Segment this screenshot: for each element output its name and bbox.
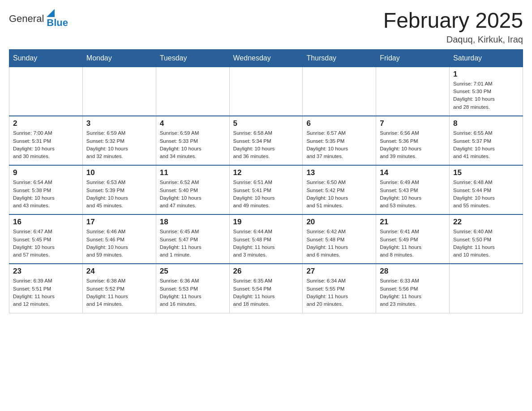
calendar-cell: 24Sunrise: 6:38 AM Sunset: 5:52 PM Dayli… <box>82 264 156 313</box>
day-number: 22 <box>453 218 519 227</box>
day-info: Sunrise: 6:57 AM Sunset: 5:35 PM Dayligh… <box>306 129 372 160</box>
calendar-cell: 16Sunrise: 6:47 AM Sunset: 5:45 PM Dayli… <box>9 214 83 264</box>
calendar-cell <box>82 67 156 116</box>
day-of-week-header: Saturday <box>450 49 523 67</box>
day-info: Sunrise: 6:58 AM Sunset: 5:34 PM Dayligh… <box>233 129 299 160</box>
day-info: Sunrise: 6:44 AM Sunset: 5:48 PM Dayligh… <box>233 228 299 259</box>
calendar-header-row: SundayMondayTuesdayWednesdayThursdayFrid… <box>9 49 523 67</box>
calendar-cell: 10Sunrise: 6:53 AM Sunset: 5:39 PM Dayli… <box>82 165 156 214</box>
day-number: 9 <box>13 168 79 177</box>
day-number: 15 <box>453 168 519 177</box>
day-number: 14 <box>380 168 446 177</box>
calendar-cell: 2Sunrise: 7:00 AM Sunset: 5:31 PM Daylig… <box>9 116 83 165</box>
calendar-cell: 9Sunrise: 6:54 AM Sunset: 5:38 PM Daylig… <box>9 165 83 214</box>
logo-blue: Blue <box>47 17 68 29</box>
day-info: Sunrise: 7:01 AM Sunset: 5:30 PM Dayligh… <box>453 80 519 111</box>
calendar-cell <box>9 67 83 116</box>
calendar-cell <box>303 67 376 116</box>
day-info: Sunrise: 6:48 AM Sunset: 5:44 PM Dayligh… <box>453 179 519 210</box>
day-number: 27 <box>306 267 372 276</box>
day-number: 16 <box>13 218 79 227</box>
calendar-cell: 7Sunrise: 6:56 AM Sunset: 5:36 PM Daylig… <box>376 116 450 165</box>
day-info: Sunrise: 6:50 AM Sunset: 5:42 PM Dayligh… <box>306 179 372 210</box>
calendar-week-row: 16Sunrise: 6:47 AM Sunset: 5:45 PM Dayli… <box>9 214 523 264</box>
calendar-cell: 19Sunrise: 6:44 AM Sunset: 5:48 PM Dayli… <box>229 214 303 264</box>
calendar-cell: 3Sunrise: 6:59 AM Sunset: 5:32 PM Daylig… <box>82 116 156 165</box>
page-header: General Blue February 2025 Daquq, Kirkuk… <box>9 9 523 45</box>
day-number: 12 <box>233 168 299 177</box>
logo-triangle-icon <box>47 9 55 17</box>
day-number: 5 <box>233 119 299 128</box>
calendar-cell <box>376 67 450 116</box>
calendar-cell: 23Sunrise: 6:39 AM Sunset: 5:51 PM Dayli… <box>9 264 83 313</box>
day-info: Sunrise: 7:00 AM Sunset: 5:31 PM Dayligh… <box>13 129 79 160</box>
day-info: Sunrise: 6:36 AM Sunset: 5:53 PM Dayligh… <box>160 277 226 308</box>
day-info: Sunrise: 6:46 AM Sunset: 5:46 PM Dayligh… <box>86 228 152 259</box>
day-info: Sunrise: 6:51 AM Sunset: 5:41 PM Dayligh… <box>233 179 299 210</box>
day-number: 13 <box>306 168 372 177</box>
calendar-cell: 28Sunrise: 6:33 AM Sunset: 5:56 PM Dayli… <box>376 264 450 313</box>
day-number: 3 <box>86 119 152 128</box>
calendar-cell: 25Sunrise: 6:36 AM Sunset: 5:53 PM Dayli… <box>156 264 229 313</box>
day-info: Sunrise: 6:54 AM Sunset: 5:38 PM Dayligh… <box>13 179 79 210</box>
calendar-cell: 6Sunrise: 6:57 AM Sunset: 5:35 PM Daylig… <box>303 116 376 165</box>
day-of-week-header: Friday <box>376 49 450 67</box>
day-of-week-header: Wednesday <box>229 49 303 67</box>
day-info: Sunrise: 6:53 AM Sunset: 5:39 PM Dayligh… <box>86 179 152 210</box>
day-number: 28 <box>380 267 446 276</box>
day-number: 4 <box>160 119 226 128</box>
day-number: 24 <box>86 267 152 276</box>
day-number: 10 <box>86 168 152 177</box>
day-info: Sunrise: 6:33 AM Sunset: 5:56 PM Dayligh… <box>380 277 446 308</box>
calendar-cell: 13Sunrise: 6:50 AM Sunset: 5:42 PM Dayli… <box>303 165 376 214</box>
day-info: Sunrise: 6:34 AM Sunset: 5:55 PM Dayligh… <box>306 277 372 308</box>
day-info: Sunrise: 6:59 AM Sunset: 5:33 PM Dayligh… <box>160 129 226 160</box>
day-number: 8 <box>453 119 519 128</box>
calendar-cell: 15Sunrise: 6:48 AM Sunset: 5:44 PM Dayli… <box>450 165 523 214</box>
day-number: 21 <box>380 218 446 227</box>
calendar-cell: 20Sunrise: 6:42 AM Sunset: 5:48 PM Dayli… <box>303 214 376 264</box>
calendar-cell <box>156 67 229 116</box>
day-info: Sunrise: 6:56 AM Sunset: 5:36 PM Dayligh… <box>380 129 446 160</box>
location: Daquq, Kirkuk, Iraq <box>383 34 523 45</box>
calendar-cell <box>450 264 523 313</box>
day-info: Sunrise: 6:41 AM Sunset: 5:49 PM Dayligh… <box>380 228 446 259</box>
calendar-week-row: 23Sunrise: 6:39 AM Sunset: 5:51 PM Dayli… <box>9 264 523 313</box>
day-info: Sunrise: 6:49 AM Sunset: 5:43 PM Dayligh… <box>380 179 446 210</box>
svg-marker-0 <box>47 9 55 17</box>
day-of-week-header: Sunday <box>9 49 83 67</box>
day-info: Sunrise: 6:59 AM Sunset: 5:32 PM Dayligh… <box>86 129 152 160</box>
day-number: 11 <box>160 168 226 177</box>
day-info: Sunrise: 6:35 AM Sunset: 5:54 PM Dayligh… <box>233 277 299 308</box>
calendar-week-row: 1Sunrise: 7:01 AM Sunset: 5:30 PM Daylig… <box>9 67 523 116</box>
day-info: Sunrise: 6:47 AM Sunset: 5:45 PM Dayligh… <box>13 228 79 259</box>
calendar-cell: 18Sunrise: 6:45 AM Sunset: 5:47 PM Dayli… <box>156 214 229 264</box>
day-number: 18 <box>160 218 226 227</box>
day-info: Sunrise: 6:45 AM Sunset: 5:47 PM Dayligh… <box>160 228 226 259</box>
day-of-week-header: Monday <box>82 49 156 67</box>
day-number: 17 <box>86 218 152 227</box>
title-section: February 2025 Daquq, Kirkuk, Iraq <box>383 9 523 45</box>
calendar-cell: 8Sunrise: 6:55 AM Sunset: 5:37 PM Daylig… <box>450 116 523 165</box>
month-title: February 2025 <box>383 9 523 33</box>
day-number: 1 <box>453 70 519 79</box>
calendar-cell: 4Sunrise: 6:59 AM Sunset: 5:33 PM Daylig… <box>156 116 229 165</box>
day-number: 20 <box>306 218 372 227</box>
calendar-week-row: 2Sunrise: 7:00 AM Sunset: 5:31 PM Daylig… <box>9 116 523 165</box>
day-number: 23 <box>13 267 79 276</box>
day-number: 19 <box>233 218 299 227</box>
day-of-week-header: Thursday <box>303 49 376 67</box>
day-of-week-header: Tuesday <box>156 49 229 67</box>
calendar-cell: 11Sunrise: 6:52 AM Sunset: 5:40 PM Dayli… <box>156 165 229 214</box>
calendar-week-row: 9Sunrise: 6:54 AM Sunset: 5:38 PM Daylig… <box>9 165 523 214</box>
calendar-cell: 27Sunrise: 6:34 AM Sunset: 5:55 PM Dayli… <box>303 264 376 313</box>
calendar-cell: 12Sunrise: 6:51 AM Sunset: 5:41 PM Dayli… <box>229 165 303 214</box>
calendar-cell: 1Sunrise: 7:01 AM Sunset: 5:30 PM Daylig… <box>450 67 523 116</box>
calendar-cell: 22Sunrise: 6:40 AM Sunset: 5:50 PM Dayli… <box>450 214 523 264</box>
day-info: Sunrise: 6:55 AM Sunset: 5:37 PM Dayligh… <box>453 129 519 160</box>
day-info: Sunrise: 6:39 AM Sunset: 5:51 PM Dayligh… <box>13 277 79 308</box>
calendar-cell: 17Sunrise: 6:46 AM Sunset: 5:46 PM Dayli… <box>82 214 156 264</box>
logo-general: General <box>9 13 44 25</box>
day-info: Sunrise: 6:42 AM Sunset: 5:48 PM Dayligh… <box>306 228 372 259</box>
day-number: 2 <box>13 119 79 128</box>
